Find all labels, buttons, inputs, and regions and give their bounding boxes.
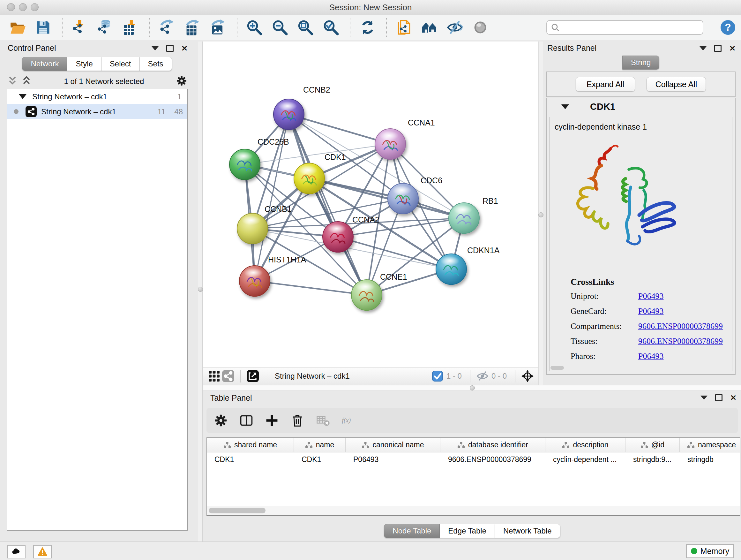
column-header-id[interactable]: @id xyxy=(625,438,680,452)
birdseye-crosshair-icon[interactable] xyxy=(521,369,535,383)
tab-select[interactable]: Select xyxy=(102,57,140,71)
tab-string[interactable]: String xyxy=(622,56,660,70)
memory-button[interactable]: Memory xyxy=(686,544,734,558)
results-hscroll-thumb[interactable] xyxy=(550,366,564,370)
detach-view-icon[interactable] xyxy=(246,369,260,383)
tab-network-table[interactable]: Network Table xyxy=(495,524,560,538)
save-session-icon[interactable] xyxy=(35,18,52,37)
right-splitter[interactable] xyxy=(538,42,543,385)
table-cell[interactable]: CDK1 xyxy=(207,452,294,466)
open-file-icon[interactable] xyxy=(9,18,26,37)
zoom-out-icon[interactable] xyxy=(271,18,288,37)
horizontal-splitter-handle[interactable] xyxy=(470,385,475,390)
protein-section-header[interactable]: CDK1 xyxy=(547,98,735,115)
panel-menu-icon[interactable] xyxy=(700,395,708,400)
network-node-CCNA1[interactable]: CCNA1 xyxy=(375,118,435,159)
table-cell[interactable]: cyclin-dependent ... xyxy=(545,452,625,466)
table-row[interactable]: CDK1CDK1P064939606.ENSP00000378699cyclin… xyxy=(207,452,740,466)
network-row-selected[interactable]: String Network – cdk1 11 48 xyxy=(7,104,187,119)
crosslink-link[interactable]: P06493 xyxy=(638,352,664,361)
selected-checkbox-icon[interactable] xyxy=(430,369,445,383)
network-node-HIST1H1A[interactable]: HIST1H1A xyxy=(239,255,307,296)
cloud-status-button[interactable] xyxy=(7,545,25,558)
table-settings-gear-icon[interactable] xyxy=(213,413,228,428)
network-canvas[interactable]: CCNB2 CCNA1 CDC25B CDK1 CDC6 RB1 CCNB1 C… xyxy=(203,42,538,367)
network-node-CCNB1[interactable]: CCNB1 xyxy=(237,205,292,244)
panel-float-icon[interactable] xyxy=(715,394,723,401)
export-image-icon[interactable] xyxy=(209,18,226,37)
network-node-CDK1[interactable]: CDK1 xyxy=(294,152,346,194)
zoom-selected-icon[interactable] xyxy=(322,18,340,37)
table-cell[interactable]: stringdb xyxy=(680,452,740,466)
import-network-file-icon[interactable] xyxy=(71,18,88,37)
table-cell[interactable]: P06493 xyxy=(346,452,441,466)
import-network-database-icon[interactable] xyxy=(96,18,114,37)
panel-float-icon[interactable] xyxy=(166,45,174,52)
panel-float-icon[interactable] xyxy=(714,45,722,52)
column-header-namespace[interactable]: namespace xyxy=(680,438,740,452)
table-cell[interactable]: CDK1 xyxy=(294,452,346,466)
table-hscroll-thumb[interactable] xyxy=(209,508,266,513)
panel-close-icon[interactable]: ✕ xyxy=(181,45,188,52)
panel-menu-icon[interactable] xyxy=(699,46,706,51)
column-header-description[interactable]: description xyxy=(545,438,625,452)
collapse-all-icon[interactable] xyxy=(7,75,18,87)
network-node-RB1[interactable]: RB1 xyxy=(449,196,498,233)
protein-results-box: CDK1 cyclin-dependent kinase 1 xyxy=(546,98,736,375)
export-network-icon[interactable] xyxy=(158,18,176,37)
network-node-CCNB2[interactable]: CCNB2 xyxy=(273,85,330,130)
hidden-eye-icon[interactable] xyxy=(475,369,489,383)
network-collection-row[interactable]: String Network – cdk1 1 xyxy=(7,89,187,104)
tree-expand-icon[interactable] xyxy=(19,94,26,99)
collapse-all-button[interactable]: Collapse All xyxy=(647,77,706,91)
crosslink-link[interactable]: 9606.ENSP00000378699 xyxy=(638,321,723,331)
expand-all-button[interactable]: Expand All xyxy=(576,77,635,91)
export-table-icon[interactable] xyxy=(184,18,201,37)
tab-sets[interactable]: Sets xyxy=(140,57,172,71)
column-header-shared-name[interactable]: shared name xyxy=(207,438,294,452)
crosslink-link[interactable]: P06493 xyxy=(638,292,664,301)
results-panel-title: Results Panel xyxy=(547,44,596,53)
warnings-button[interactable] xyxy=(33,545,52,558)
horizontal-splitter[interactable] xyxy=(203,385,741,391)
zoom-fit-icon[interactable] xyxy=(297,18,314,37)
crosslink-link[interactable]: 9606.ENSP00000378699 xyxy=(638,336,723,346)
search-input[interactable] xyxy=(563,23,699,32)
network-view[interactable]: CCNB2 CCNA1 CDC25B CDK1 CDC6 RB1 CCNB1 C… xyxy=(203,42,538,367)
left-splitter-handle[interactable] xyxy=(198,287,203,292)
panel-close-icon[interactable]: ✕ xyxy=(729,45,736,52)
add-column-icon[interactable] xyxy=(265,413,279,428)
tab-network[interactable]: Network xyxy=(22,57,67,71)
delete-column-trash-icon[interactable] xyxy=(290,413,305,428)
column-header-canonical-name[interactable]: canonical name xyxy=(346,438,441,452)
network-options-gear-icon[interactable] xyxy=(176,75,187,87)
table-hscrollbar[interactable] xyxy=(207,506,740,515)
tab-node-table[interactable]: Node Table xyxy=(384,524,440,538)
table-cell[interactable]: stringdb:9... xyxy=(625,452,680,466)
network-node-CDKN1A[interactable]: CDKN1A xyxy=(436,246,500,285)
table-cell[interactable]: 9606.ENSP00000378699 xyxy=(441,452,545,466)
zoom-in-icon[interactable] xyxy=(246,18,263,37)
help-icon[interactable]: ? xyxy=(720,19,736,36)
select-columns-icon[interactable] xyxy=(239,413,254,428)
toolbar-separator xyxy=(386,18,387,37)
column-header-name[interactable]: name xyxy=(294,438,346,452)
panel-menu-icon[interactable] xyxy=(151,46,158,51)
share-document-icon[interactable] xyxy=(395,18,412,37)
home-networks-icon[interactable] xyxy=(421,18,438,37)
crosslink-link[interactable]: P06493 xyxy=(638,307,664,316)
expand-all-icon[interactable] xyxy=(21,75,32,87)
column-header-database-identifier[interactable]: database identifier xyxy=(441,438,545,452)
import-table-file-icon[interactable] xyxy=(122,18,139,37)
show-hidden-icon[interactable] xyxy=(472,18,489,37)
tab-edge-table[interactable]: Edge Table xyxy=(440,524,495,538)
tab-style[interactable]: Style xyxy=(67,57,101,71)
grid-view-icon[interactable] xyxy=(207,369,221,383)
network-view-share-icon[interactable] xyxy=(221,369,235,383)
refresh-icon[interactable] xyxy=(359,18,376,37)
search-box[interactable] xyxy=(546,20,703,35)
section-collapse-icon[interactable] xyxy=(561,105,569,109)
hide-selected-icon[interactable] xyxy=(446,18,463,37)
panel-close-icon[interactable]: ✕ xyxy=(730,395,737,401)
left-splitter[interactable] xyxy=(198,42,203,542)
